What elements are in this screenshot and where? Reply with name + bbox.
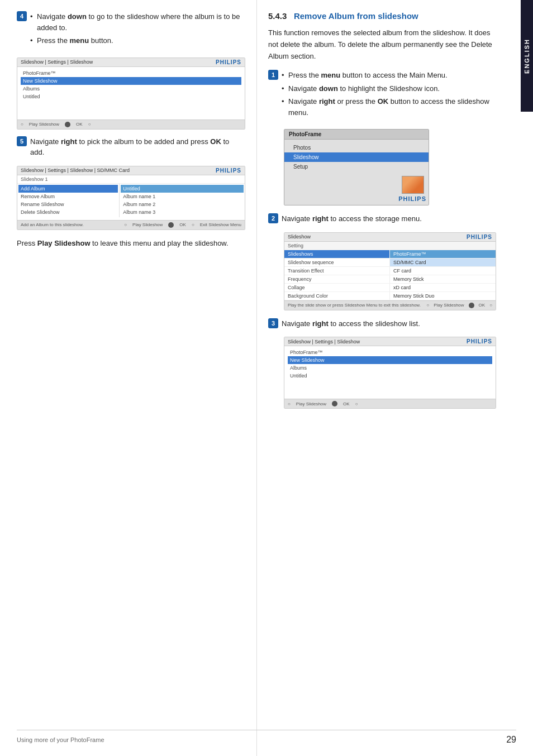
ss-value-sdmmc: SD/MMC Card [390,259,496,266]
ss-label-frequency: Frequency [284,275,390,283]
ss-label-sequence: Slideshow sequence [284,259,390,266]
section-header: 5.4.3 Remove Album from slideshow [268,11,497,21]
ss-screen-footer: Play the slide show or press Slideshow M… [284,300,496,310]
language-label: ENGLISH [524,39,530,74]
album-name-1-row: Album name 1 [121,193,244,200]
right-column: 5.4.3 Remove Album from slideshow This f… [257,0,520,756]
s3-albums-row: Albums [288,364,492,372]
ss-row-sequence: Slideshow sequence SD/MMC Card [284,259,496,267]
s3-new-slideshow-row[interactable]: New Slideshow [288,356,492,364]
breadcrumb-2: Slideshow | Settings | Slideshow | SD/MM… [21,168,130,173]
circle-icon: ○ [21,122,23,127]
footer-left-text: Using more of your PhotoFrame [17,736,104,743]
right-step-1-content: Press the menu button to access the Main… [282,70,497,123]
step-4-screen-header: Slideshow | Settings | Slideshow PHILIPS [17,58,245,67]
ok-btn-3[interactable] [469,303,474,308]
pf-thumbnail-image [402,176,424,194]
ss-screen: Slideshow PHILIPS Setting Slideshows Pho… [284,232,496,310]
play-slideshow-label: Play Slideshow [29,122,59,127]
page-container: ENGLISH 4 Navigate down to go to the sli… [0,0,533,756]
play-label-4: Play Slideshow [296,401,326,406]
ok-label-2: OK [179,222,186,227]
s3-untitled-row: Untitled [288,372,492,380]
right-step-2-row: 2 Navigate right to access the storage m… [268,213,497,227]
rename-slideshow-row[interactable]: Rename Slideshow [18,200,118,208]
delete-slideshow-row[interactable]: Delete Slideshow [18,208,118,216]
circle-icon-5: ○ [427,303,430,308]
r-s1-b2: Navigate down to highlight the Slideshow… [282,83,497,94]
step-4-bullet-2: Press the menu button. [30,35,245,46]
footer-status: Add an Album to this slideshow. [21,222,84,227]
philips-logo-1: PHILIPS [216,59,241,65]
ss-value-memorystick: Memory Stick [390,275,496,283]
language-tab: ENGLISH [521,0,533,112]
step-4-badge: 4 [17,11,27,21]
remove-album-row[interactable]: Remove Album [18,193,118,200]
circle-icon-6: ○ [489,303,492,308]
play-slideshow-label-2: Play Slideshow [132,222,163,227]
screen-row-untitled: Untitled [21,93,241,101]
ss-value-xd: xD card [390,284,496,291]
r-s1-b1: Press the menu button to access the Main… [282,70,497,81]
right-panel: Untitled Album name 1 Album name 2 Album… [120,184,245,217]
step-4-row: 4 Navigate down to go to the slideshow w… [17,11,245,52]
breadcrumb-1: Slideshow | Settings | Slideshow [21,59,93,65]
ss-setting-title: Setting [284,242,496,250]
slideshow-1-label: Slideshow 1 [17,175,245,184]
circle-icon-3: ○ [124,222,127,227]
ss-row-bgcolor: Background Color Memory Stick Duo [284,292,496,300]
step-4-screen: Slideshow | Settings | Slideshow PHILIPS… [17,58,245,130]
ss-value-cf: CF card [390,267,496,275]
ss-value-photoframe: PhotoFrame™ [390,250,496,258]
step-4-bullets: Navigate down to go to the slideshow whe… [30,11,245,46]
right-step-2-badge: 2 [268,213,278,223]
step-5-content: Navigate right to pick the album to be a… [30,136,245,160]
right-step-3-text: Navigate right to access the slideshow l… [282,318,497,329]
right-step-3-row: 3 Navigate right to access the slideshow… [268,318,497,332]
exit-label: Exit Slideshow Menu [200,222,241,227]
ok-label-4: OK [343,401,350,406]
ss-label-bgcolor: Background Color [284,292,390,300]
two-col-layout: Add Album Remove Album Rename Slideshow … [17,184,245,217]
untitled-row[interactable]: Untitled [121,185,244,193]
step-4-content: Navigate down to go to the slideshow whe… [30,11,245,52]
ok-btn-4[interactable] [332,401,337,406]
album-name-3-row: Album name 3 [121,208,244,216]
screen-row-new-slideshow[interactable]: New Slideshow [21,77,241,85]
ss-footer-text: Play the slide show or press Slideshow M… [288,303,421,308]
pf-menu-body: Photos Slideshow Setup PHILIPS [284,140,429,205]
page-number: 29 [506,735,516,745]
ok-label: OK [76,122,83,127]
right-step-2-text: Navigate right to access the storage men… [282,213,497,224]
step-5-row: 5 Navigate right to pick the album to be… [17,136,245,160]
step-3-screen-footer: ○ Play Slideshow OK ○ [284,399,496,408]
ss-label-transition: Transition Effect [284,267,390,275]
step-4-bullet-1: Navigate down to go to the slideshow whe… [30,11,245,33]
ok-button-icon[interactable] [65,122,70,127]
right-step-2-content: Navigate right to access the storage men… [282,213,497,227]
pf-title: PhotoFrame [284,130,429,140]
step-3-screen-header: Slideshow | Settings | Slideshow PHILIPS [284,337,496,346]
r-s1-b3: Navigate right or press the OK button to… [282,96,497,118]
ss-row-transition: Transition Effect CF card [284,267,496,275]
ok-button-icon-2[interactable] [168,222,174,228]
ss-row-collage: Collage xD card [284,284,496,292]
right-step-3-badge: 3 [268,318,278,328]
s3-photoframe-row: PhotoFrame™ [288,348,492,356]
right-step-1-bullets: Press the menu button to access the Main… [282,70,497,118]
step-5-screen: Slideshow | Settings | Slideshow | SD/MM… [17,166,245,230]
pf-philips-logo: PHILIPS [398,194,426,203]
left-panel: Add Album Remove Album Rename Slideshow … [17,184,120,217]
right-step-1-row: 1 Press the menu button to access the Ma… [268,70,497,123]
album-name-2-row: Album name 2 [121,200,244,208]
right-step-3-content: Navigate right to access the slideshow l… [282,318,497,332]
philips-logo-2: PHILIPS [216,168,241,174]
pf-slideshow[interactable]: Slideshow [284,152,429,162]
ss-value-msduo: Memory Stick Duo [390,292,496,300]
add-album-row[interactable]: Add Album [18,185,118,193]
step-4-screen-body: PhotoFrame™ New Slideshow Albums Untitle… [17,67,245,119]
pf-photos[interactable]: Photos [284,143,429,152]
ss-logo: PHILIPS [467,234,492,240]
pf-setup[interactable]: Setup [284,162,429,171]
ss-row-slideshows: Slideshows PhotoFrame™ [284,250,496,259]
